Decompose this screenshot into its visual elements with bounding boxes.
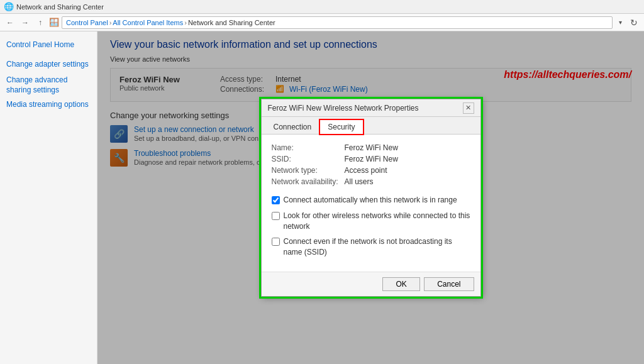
title-bar-text: Network and Sharing Center — [16, 3, 104, 11]
prop-row-availability: Network availability: All users — [272, 177, 470, 186]
address-dropdown-button[interactable]: ▾ — [615, 16, 625, 29]
address-path[interactable]: Control Panel › All Control Panel Items … — [62, 16, 613, 29]
prop-label-network-type: Network type: — [272, 166, 341, 175]
prop-value-ssid: Feroz WiFi New — [345, 155, 398, 163]
sidebar-item-adapter[interactable]: Change adapter settings — [0, 57, 97, 72]
prop-value-network-type: Access point — [345, 166, 387, 175]
windows-logo-icon: 🪟 — [49, 18, 59, 27]
address-bar: ← → ↑ 🪟 Control Panel › All Control Pane… — [0, 14, 644, 31]
checkbox-item-connect-hidden: Connect even if the network is not broad… — [272, 236, 470, 258]
forward-button[interactable]: → — [19, 16, 31, 29]
prop-label-name: Name: — [272, 143, 341, 152]
sidebar-section-main: Control Panel Home — [0, 38, 97, 52]
checkbox-group: Connect automatically when this network … — [272, 195, 470, 258]
tab-security[interactable]: Security — [319, 119, 363, 135]
title-bar: 🌐 Network and Sharing Center — [0, 0, 644, 14]
up-button[interactable]: ↑ — [34, 16, 47, 29]
checkbox-connect-hidden[interactable] — [272, 238, 280, 246]
modal-overlay: Feroz WiFi New Wireless Network Properti… — [97, 31, 644, 364]
wireless-properties-dialog: Feroz WiFi New Wireless Network Properti… — [261, 99, 481, 297]
property-grid: Name: Feroz WiFi New SSID: Feroz WiFi Ne… — [272, 143, 470, 186]
main-layout: Control Panel Home Change adapter settin… — [0, 31, 644, 364]
checkbox-label-connect-hidden: Connect even if the network is not broad… — [284, 236, 470, 258]
prop-row-ssid: SSID: Feroz WiFi New — [272, 155, 470, 163]
prop-value-name: Feroz WiFi New — [345, 143, 398, 152]
dialog-buttons: OK Cancel — [262, 272, 480, 296]
checkbox-label-look-other: Look for other wireless networks while c… — [284, 211, 470, 232]
prop-row-network-type: Network type: Access point — [272, 166, 470, 175]
content-area: View your basic network information and … — [97, 31, 644, 364]
refresh-button[interactable]: ↻ — [628, 16, 640, 29]
dialog-title: Feroz WiFi New Wireless Network Properti… — [268, 104, 419, 113]
ok-button[interactable]: OK — [382, 277, 420, 291]
title-bar-icon: 🌐 — [4, 2, 14, 11]
prop-label-availability: Network availability: — [272, 177, 341, 186]
checkbox-look-other[interactable] — [272, 212, 280, 220]
tab-connection[interactable]: Connection — [265, 119, 320, 134]
dialog-tabs: Connection Security — [262, 117, 480, 135]
breadcrumb-control-panel[interactable]: Control Panel — [66, 19, 108, 26]
prop-row-name: Name: Feroz WiFi New — [272, 143, 470, 152]
dialog-content: Name: Feroz WiFi New SSID: Feroz WiFi Ne… — [262, 135, 480, 272]
prop-value-availability: All users — [345, 177, 374, 186]
dialog-titlebar: Feroz WiFi New Wireless Network Properti… — [262, 99, 480, 117]
checkbox-item-auto-connect: Connect automatically when this network … — [272, 195, 470, 206]
sidebar-section-links: Change adapter settings Change advanced … — [0, 57, 97, 112]
sidebar-item-home[interactable]: Control Panel Home — [0, 38, 97, 52]
checkbox-auto-connect[interactable] — [272, 196, 280, 204]
back-button[interactable]: ← — [4, 16, 16, 29]
sidebar: Control Panel Home Change adapter settin… — [0, 31, 97, 364]
cancel-button[interactable]: Cancel — [424, 277, 474, 291]
checkbox-label-auto-connect: Connect automatically when this network … — [284, 195, 457, 206]
sidebar-item-advanced-sharing[interactable]: Change advanced sharing settings — [0, 73, 97, 98]
breadcrumb-current: Network and Sharing Center — [188, 19, 275, 26]
breadcrumb-all-items[interactable]: All Control Panel Items — [113, 19, 183, 26]
dialog-close-button[interactable]: ✕ — [463, 102, 474, 114]
sidebar-item-media-streaming[interactable]: Media streaming options — [0, 97, 97, 112]
prop-label-ssid: SSID: — [272, 155, 341, 163]
checkbox-item-look-other: Look for other wireless networks while c… — [272, 211, 470, 232]
